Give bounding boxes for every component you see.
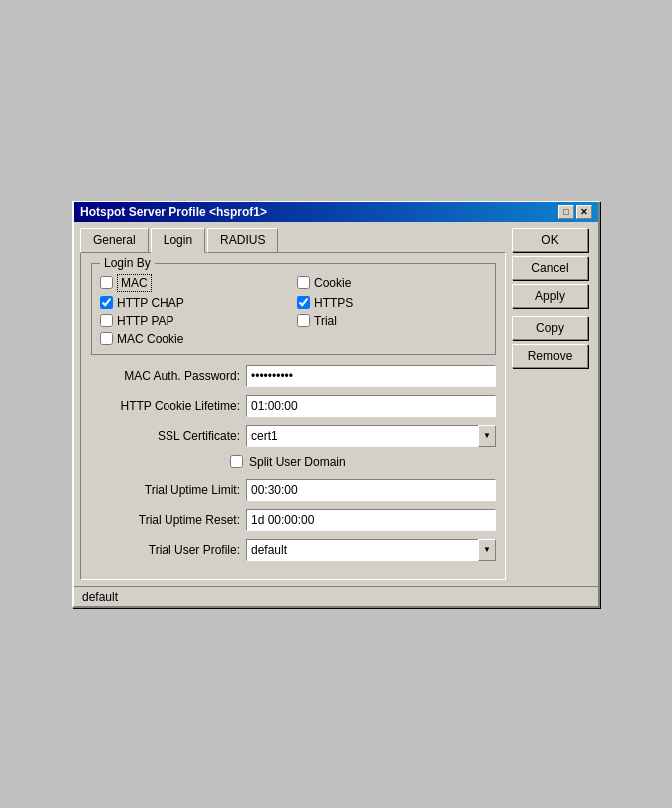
close-button[interactable]: ✕ [576, 205, 592, 219]
ok-button[interactable]: OK [512, 228, 588, 252]
mac-cookie-checkbox-row: MAC Cookie [100, 332, 289, 346]
remove-button[interactable]: Remove [512, 344, 588, 368]
ssl-certificate-label: SSL Certificate: [91, 429, 240, 443]
https-label: HTTPS [314, 296, 353, 310]
mac-checkbox-row: MAC [100, 274, 289, 292]
ssl-certificate-dropdown-arrow: ▼ [483, 431, 491, 440]
status-text: default [82, 590, 118, 604]
https-checkbox[interactable] [297, 296, 310, 309]
http-cookie-lifetime-input[interactable] [246, 395, 496, 417]
split-user-domain-checkbox[interactable] [230, 455, 243, 468]
tab-radius[interactable]: RADIUS [207, 228, 278, 253]
mac-auth-password-label: MAC Auth. Password: [91, 369, 240, 383]
window-body: General Login RADIUS Login By [74, 222, 598, 586]
trial-uptime-limit-row: Trial Uptime Limit: [91, 479, 496, 501]
trial-checkbox-row: Trial [297, 314, 487, 328]
copy-button[interactable]: Copy [512, 316, 588, 340]
trial-uptime-reset-input[interactable] [246, 509, 496, 531]
split-user-domain-label: Split User Domain [249, 455, 346, 469]
cookie-checkbox[interactable] [297, 276, 310, 289]
http-cookie-lifetime-row: HTTP Cookie Lifetime: [91, 395, 496, 417]
trial-uptime-limit-label: Trial Uptime Limit: [91, 483, 240, 497]
ssl-certificate-dropdown-btn[interactable]: ▼ [478, 425, 496, 447]
trial-user-profile-row: Trial User Profile: ▼ [91, 539, 496, 561]
trial-user-profile-dropdown-wrapper: ▼ [246, 539, 496, 561]
apply-button[interactable]: Apply [512, 284, 588, 308]
http-pap-checkbox[interactable] [100, 314, 113, 327]
title-bar-buttons: □ ✕ [558, 205, 592, 219]
checkbox-grid: MAC Cookie HTTP CHAP H [100, 274, 487, 346]
tab-general[interactable]: General [80, 228, 149, 253]
window-title: Hotspot Server Profile <hsprof1> [80, 205, 267, 219]
status-bar: default [74, 586, 598, 606]
right-panel: OK Cancel Apply Copy Remove [512, 228, 592, 580]
mac-checkbox[interactable] [100, 276, 113, 289]
trial-uptime-limit-input[interactable] [246, 479, 496, 501]
mac-auth-password-input[interactable] [246, 365, 496, 387]
trial-user-profile-dropdown-btn[interactable]: ▼ [478, 539, 496, 561]
login-by-legend: Login By [100, 256, 155, 270]
mac-auth-password-row: MAC Auth. Password: [91, 365, 496, 387]
trial-user-profile-label: Trial User Profile: [91, 543, 240, 557]
main-window: Hotspot Server Profile <hsprof1> □ ✕ Gen… [72, 201, 600, 608]
ssl-certificate-row: SSL Certificate: ▼ [91, 425, 496, 447]
http-chap-checkbox-row: HTTP CHAP [100, 296, 289, 310]
http-pap-label: HTTP PAP [117, 314, 174, 328]
split-user-domain-row: Split User Domain [91, 455, 496, 469]
http-chap-label: HTTP CHAP [117, 296, 184, 310]
http-pap-checkbox-row: HTTP PAP [100, 314, 289, 328]
trial-uptime-reset-label: Trial Uptime Reset: [91, 513, 240, 527]
trial-label: Trial [314, 314, 337, 328]
ssl-certificate-dropdown-wrapper: ▼ [246, 425, 496, 447]
cookie-label: Cookie [314, 276, 351, 290]
tab-login[interactable]: Login [151, 228, 205, 253]
cookie-checkbox-row: Cookie [297, 274, 487, 292]
mac-cookie-label: MAC Cookie [117, 332, 183, 346]
ssl-certificate-input[interactable] [246, 425, 479, 447]
title-bar: Hotspot Server Profile <hsprof1> □ ✕ [74, 202, 598, 222]
minimize-button[interactable]: □ [558, 205, 574, 219]
mac-cookie-checkbox[interactable] [100, 332, 113, 345]
http-cookie-lifetime-label: HTTP Cookie Lifetime: [91, 399, 240, 413]
login-by-group: Login By MAC Cookie [91, 263, 496, 355]
left-panel: General Login RADIUS Login By [80, 228, 506, 580]
trial-checkbox[interactable] [297, 314, 310, 327]
trial-user-profile-input[interactable] [246, 539, 479, 561]
http-chap-checkbox[interactable] [100, 296, 113, 309]
https-checkbox-row: HTTPS [297, 296, 487, 310]
tab-content-login: Login By MAC Cookie [80, 252, 506, 580]
trial-uptime-reset-row: Trial Uptime Reset: [91, 509, 496, 531]
trial-user-profile-dropdown-arrow: ▼ [483, 545, 491, 554]
mac-label: MAC [117, 274, 152, 292]
cancel-button[interactable]: Cancel [512, 256, 588, 280]
tab-bar: General Login RADIUS [80, 228, 506, 253]
